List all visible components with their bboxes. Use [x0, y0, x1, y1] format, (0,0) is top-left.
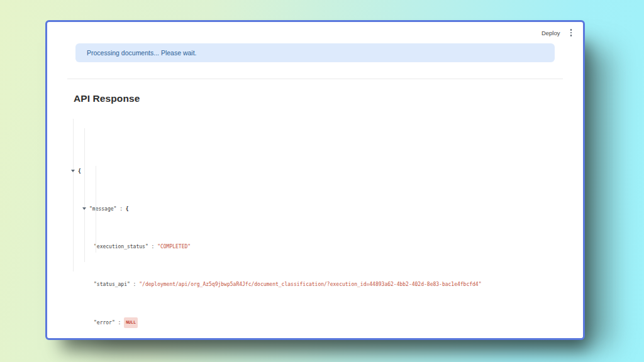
json-root-open-row: { — [71, 167, 583, 176]
json-message-row: "message" : { — [71, 204, 583, 214]
json-execution-status-row: "execution_status" : "COMPLETED" — [71, 242, 583, 251]
json-string-value: "COMPLETED" — [157, 244, 191, 250]
json-error-row: "error" : NULL — [71, 317, 583, 328]
kebab-menu-icon[interactable] — [568, 28, 575, 38]
separator: : — [115, 320, 124, 326]
indent-guide — [84, 128, 85, 262]
separator: : — [116, 206, 125, 212]
json-key: "status_api" — [94, 282, 130, 287]
desktop-background: { "window": { "titlebar": { "deploy_labe… — [0, 0, 644, 362]
separator: : — [130, 282, 139, 287]
titlebar: Deploy — [47, 22, 583, 43]
info-banner-text: Processing documents... Please wait. — [87, 49, 197, 57]
collapse-toggle-icon[interactable] — [82, 204, 89, 214]
json-string-value: "/deployment/api/org_Az5q9jbwp5aR4Jfc/do… — [139, 282, 481, 287]
collapse-toggle-icon[interactable] — [71, 167, 78, 176]
processing-info-banner: Processing documents... Please wait. — [75, 43, 555, 62]
page-title: API Response — [74, 93, 557, 104]
separator: : — [148, 244, 157, 250]
json-key: "message" — [89, 206, 116, 212]
indent-guide — [73, 119, 74, 272]
brace: { — [126, 206, 129, 212]
json-null-value: NULL — [124, 317, 138, 328]
json-key: "execution_status" — [94, 244, 148, 250]
app-window: Deploy Processing documents... Please wa… — [45, 20, 585, 340]
deploy-button[interactable]: Deploy — [541, 30, 560, 36]
divider-top — [67, 79, 563, 79]
json-key: "error" — [94, 320, 115, 326]
indent-guide — [96, 166, 96, 253]
json-response-viewer: { "message" : { "execution_status" : "CO… — [71, 110, 583, 340]
json-status-api-row: "status_api" : "/deployment/api/org_Az5q… — [71, 280, 583, 289]
brace: { — [78, 168, 81, 174]
